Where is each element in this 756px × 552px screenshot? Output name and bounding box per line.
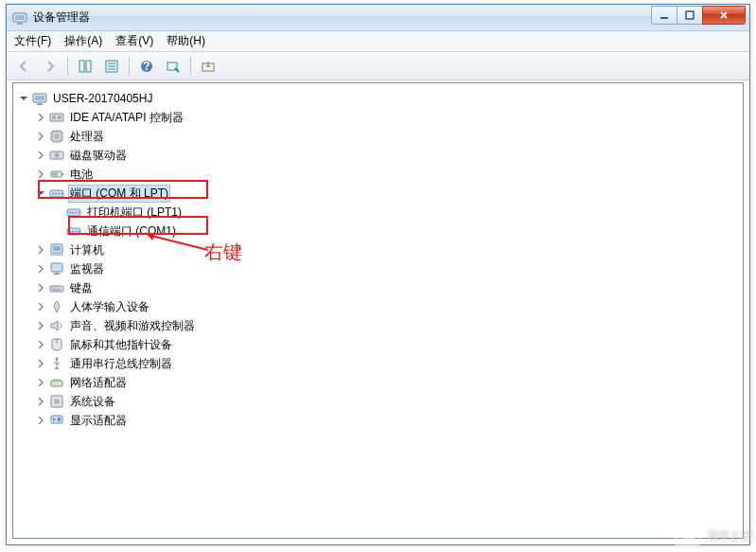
device-icon (49, 337, 64, 352)
toolbar-sep (67, 57, 68, 76)
expand-icon[interactable] (34, 130, 47, 143)
toolbar-sep (129, 57, 130, 76)
device-icon (49, 167, 64, 182)
tree-item-label: 打印机端口 (LPT1) (85, 204, 184, 222)
collapse-icon[interactable] (17, 92, 30, 105)
scan-hardware-button[interactable] (162, 55, 185, 78)
svg-rect-33 (79, 61, 84, 72)
app-icon (12, 10, 27, 26)
tree-item[interactable]: 电池 (17, 165, 743, 184)
device-icon (49, 129, 64, 144)
expand-icon[interactable] (34, 300, 47, 313)
expand-icon[interactable] (34, 243, 47, 257)
expand-icon[interactable] (34, 262, 47, 276)
svg-text:?: ? (143, 60, 149, 73)
forward-button[interactable] (39, 55, 62, 78)
tree-item-label: 计算机 (68, 241, 106, 259)
menu-file[interactable]: 文件(F) (14, 33, 51, 49)
tree-item-label: 显示适配器 (68, 412, 129, 430)
tree-item-label: 磁盘驱动器 (68, 147, 129, 165)
tree-item[interactable]: 键盘 (17, 278, 743, 297)
tree-item[interactable]: 通用串行总线控制器 (17, 354, 743, 373)
tree-item-label: 系统设备 (68, 393, 117, 411)
tree-item[interactable]: 打印机端口 (LPT1) (17, 203, 743, 222)
device-icon (49, 413, 64, 428)
tree-item-label: 网络适配器 (68, 374, 129, 392)
device-icon (49, 261, 64, 276)
tree-item[interactable]: 显示适配器 (17, 411, 743, 430)
tree-item[interactable]: USER-20170405HJ (17, 89, 743, 108)
device-icon (66, 223, 81, 239)
menubar: 文件(F) 操作(A) 查看(V) 帮助(H) (7, 31, 749, 52)
tree-spacer (51, 205, 64, 219)
tree-item[interactable]: IDE ATA/ATAPI 控制器 (17, 108, 743, 127)
expand-icon[interactable] (34, 319, 47, 332)
tree-item-label: 键盘 (68, 279, 95, 297)
device-icon (32, 91, 47, 106)
tree-item[interactable]: 鼠标和其他指针设备 (17, 335, 743, 354)
device-manager-window: 设备管理器 文件(F) 操作(A) 查看(V) 帮助(H) ? USER-201… (6, 4, 750, 545)
watermark: 系统之家 (677, 525, 752, 546)
device-icon (49, 299, 64, 314)
collapse-icon[interactable] (34, 187, 47, 200)
expand-icon[interactable] (34, 149, 47, 162)
close-button[interactable] (702, 6, 746, 25)
device-icon (49, 110, 64, 125)
tree-content[interactable]: USER-20170405HJIDE ATA/ATAPI 控制器处理器磁盘驱动器… (12, 82, 744, 539)
minimize-button[interactable] (651, 6, 677, 25)
device-icon (49, 375, 64, 390)
tree-item[interactable]: 网络适配器 (17, 373, 743, 392)
update-driver-button[interactable] (197, 55, 220, 78)
tree-item[interactable]: 系统设备 (17, 392, 743, 411)
maximize-button[interactable] (677, 6, 703, 25)
tree-item[interactable]: 监视器 (17, 259, 743, 278)
tree-item[interactable]: 磁盘驱动器 (17, 146, 743, 165)
expand-icon[interactable] (34, 281, 47, 294)
tree-item-label: 处理器 (68, 128, 106, 146)
titlebar[interactable]: 设备管理器 (7, 5, 749, 31)
tree-item-label: 端口 (COM 和 LPT) (68, 185, 170, 203)
device-icon (49, 242, 64, 258)
tree-item-label: 人体学输入设备 (68, 298, 151, 316)
svg-rect-32 (686, 11, 694, 19)
tree-item[interactable]: 端口 (COM 和 LPT) (17, 184, 743, 203)
menu-action[interactable]: 操作(A) (64, 33, 102, 49)
expand-icon[interactable] (34, 414, 47, 427)
toolbar-sep (190, 57, 191, 76)
expand-icon[interactable] (34, 168, 47, 181)
device-icon (49, 318, 64, 333)
menu-help[interactable]: 帮助(H) (167, 33, 205, 49)
watermark-text: 系统之家 (707, 528, 752, 544)
expand-icon[interactable] (34, 338, 47, 351)
tree-spacer (51, 224, 64, 238)
expand-icon[interactable] (34, 357, 47, 370)
device-icon (49, 186, 64, 201)
tree-item[interactable]: 通信端口 (COM1) (17, 222, 743, 240)
expand-icon[interactable] (34, 376, 47, 389)
expand-icon[interactable] (34, 111, 47, 124)
expand-icon[interactable] (34, 395, 47, 408)
tree-item[interactable]: 处理器 (17, 127, 743, 146)
toolbar: ? (7, 52, 749, 80)
device-icon (49, 280, 64, 295)
tree-item-label: 通信端口 (COM1) (85, 223, 178, 240)
tree-item-label: 鼠标和其他指针设备 (68, 336, 174, 354)
tree-item[interactable]: 声音、视频和游戏控制器 (17, 316, 743, 335)
properties-button[interactable] (100, 55, 123, 78)
back-button[interactable] (12, 55, 35, 78)
tree-item-label: 监视器 (68, 260, 106, 278)
tree-item-label: 电池 (68, 166, 95, 184)
tree-item-label: USER-20170405HJ (51, 91, 154, 106)
tree-item[interactable]: 计算机 (17, 240, 743, 259)
device-icon (49, 356, 64, 371)
annotation-text: 右键 (204, 240, 242, 265)
tree-item[interactable]: 人体学输入设备 (17, 297, 743, 316)
menu-view[interactable]: 查看(V) (115, 33, 153, 49)
tree-item-label: IDE ATA/ATAPI 控制器 (68, 109, 185, 127)
watermark-logo-icon (675, 525, 702, 546)
help-button[interactable]: ? (135, 55, 158, 78)
window-title: 设备管理器 (33, 9, 652, 26)
show-hide-tree-button[interactable] (74, 55, 97, 78)
tree-item-label: 通用串行总线控制器 (68, 355, 174, 373)
device-icon (49, 394, 64, 409)
